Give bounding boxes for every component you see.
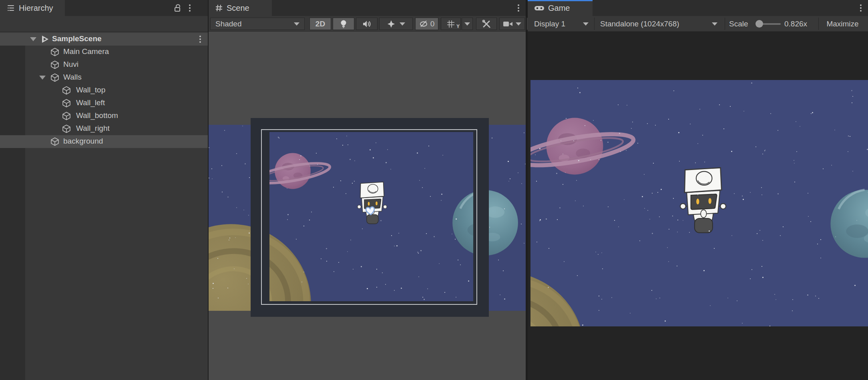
shading-mode-label: Shaded	[215, 20, 242, 28]
scene-name-label: SampleScene	[52, 34, 102, 43]
row-label: Walls	[63, 73, 82, 82]
teal-planet	[828, 187, 868, 261]
game-tabbar: Game	[528, 0, 868, 16]
cube-icon	[61, 111, 72, 121]
row-label: Wall_left	[76, 98, 105, 107]
2d-label: 2D	[315, 20, 325, 28]
hierarchy-row-wall-top[interactable]: Wall_top	[0, 84, 208, 97]
scene-camera-button[interactable]	[499, 18, 525, 30]
audio-toggle-button[interactable]	[356, 18, 378, 30]
chevron-down-icon	[516, 22, 521, 26]
hierarchy-row-background[interactable]: background	[0, 135, 208, 148]
display-dropdown[interactable]: Display 1	[529, 18, 593, 30]
game-menu-icon[interactable]	[856, 3, 866, 13]
chevron-down-icon[interactable]	[39, 76, 46, 80]
cube-icon	[50, 72, 60, 83]
chevron-down-icon	[712, 22, 717, 26]
yellow-planet	[530, 268, 587, 326]
row-label: Wall_top	[76, 86, 105, 94]
cube-icon	[61, 124, 72, 134]
2d-toggle-button[interactable]: 2D	[309, 18, 331, 30]
unity-editor-window: Hierarchy + All	[0, 0, 868, 380]
grid-dropdown-caret[interactable]	[462, 18, 473, 30]
hierarchy-panel: Hierarchy + All	[0, 0, 208, 380]
scene-tabbar: Scene	[209, 0, 526, 16]
shading-mode-dropdown[interactable]: Shaded	[210, 18, 305, 30]
hierarchy-row-walls[interactable]: Walls	[0, 71, 208, 84]
camera-icon	[503, 20, 513, 28]
hierarchy-tree: SampleScene Main Camera Nuvi Walls Wall_…	[0, 32, 208, 380]
display-label: Display 1	[534, 20, 565, 28]
scene-tab-label: Scene	[227, 4, 249, 13]
scene-viewport[interactable]	[209, 32, 526, 380]
heart-sprite	[364, 205, 376, 216]
scale-slider-knob[interactable]	[755, 20, 763, 28]
wrench-pencil-icon	[482, 19, 491, 29]
game-toolbar: Display 1 Standalone (1024x768) Scale 0.…	[528, 16, 868, 32]
tab-game[interactable]: Game	[528, 0, 593, 16]
game-letterbox	[528, 32, 868, 380]
nuvi-robot-sprite	[355, 180, 389, 227]
grid-axis-label: Y	[456, 24, 460, 29]
maximize-label: Maximize	[826, 20, 858, 28]
chevron-down-icon[interactable]	[30, 37, 36, 41]
resolution-label: Standalone (1024x768)	[600, 20, 679, 28]
row-label: background	[63, 137, 103, 146]
row-label: Main Camera	[63, 47, 109, 56]
lighting-toggle-button[interactable]	[333, 18, 354, 30]
scene-row-menu-icon[interactable]	[195, 34, 205, 44]
cube-icon	[50, 47, 60, 57]
hierarchy-toolbar: + All	[0, 16, 208, 32]
chevron-down-icon	[583, 22, 589, 26]
editor-tools-button[interactable]	[476, 18, 497, 30]
gamepad-icon	[534, 4, 545, 12]
scene-menu-icon[interactable]	[514, 3, 523, 13]
tab-hierarchy[interactable]: Hierarchy	[0, 0, 65, 16]
chevron-down-icon	[464, 22, 470, 26]
hierarchy-tab-label: Hierarchy	[19, 4, 53, 13]
row-label: Wall_bottom	[76, 111, 118, 120]
cube-icon	[61, 85, 72, 96]
cube-icon	[61, 98, 72, 108]
hierarchy-list-icon	[6, 4, 15, 12]
scene-grid-icon	[215, 4, 223, 12]
scene-toolbar: Shaded 2D	[209, 16, 526, 32]
scene-panel: Scene Shaded 2D	[209, 0, 526, 380]
tab-scene[interactable]: Scene	[209, 0, 272, 16]
scale-label: Scale	[729, 20, 748, 28]
row-label: Nuvi	[63, 60, 78, 69]
chevron-down-icon	[294, 22, 299, 26]
cube-icon	[50, 136, 60, 147]
nuvi-robot-sprite	[677, 164, 729, 238]
hierarchy-row-scene[interactable]: SampleScene	[0, 33, 208, 46]
chevron-down-icon	[400, 22, 405, 26]
hierarchy-tabbar: Hierarchy	[0, 0, 208, 16]
unlock-icon[interactable]	[173, 3, 183, 13]
hidden-count-label: 0	[430, 20, 435, 28]
cube-icon	[50, 60, 60, 70]
unity-logo-icon	[40, 34, 50, 44]
hierarchy-row-wall-bottom[interactable]: Wall_bottom	[0, 110, 208, 122]
sparkle-icon	[387, 20, 396, 28]
maximize-button[interactable]: Maximize	[818, 18, 866, 30]
hierarchy-row-main-camera[interactable]: Main Camera	[0, 46, 208, 58]
eye-slash-icon	[419, 20, 429, 28]
resolution-dropdown[interactable]: Standalone (1024x768)	[594, 18, 723, 30]
hierarchy-row-wall-left[interactable]: Wall_left	[0, 97, 208, 110]
game-viewport	[530, 80, 868, 326]
scale-value: 0.826x	[784, 20, 807, 28]
hierarchy-menu-icon[interactable]	[185, 3, 195, 13]
hidden-objects-button[interactable]: 0	[415, 18, 438, 30]
pink-ringed-planet	[530, 105, 640, 188]
grid-settings-button[interactable]: Y	[441, 18, 461, 30]
grid-icon	[446, 20, 455, 28]
game-panel: Game Display 1 Standalone (1024x768) Sca…	[528, 0, 868, 380]
hierarchy-row-nuvi[interactable]: Nuvi	[0, 58, 208, 71]
row-label: Wall_right	[76, 124, 110, 133]
hierarchy-row-wall-right[interactable]: Wall_right	[0, 122, 208, 135]
bulb-icon	[340, 19, 348, 29]
speaker-icon	[362, 20, 372, 28]
effects-dropdown-button[interactable]	[379, 18, 413, 30]
game-tab-label: Game	[548, 4, 570, 13]
scale-control: Scale 0.826x	[725, 18, 818, 30]
